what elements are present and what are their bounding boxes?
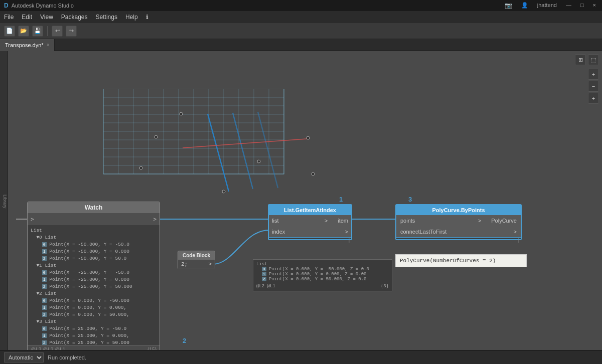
titlebar: D Autodesk Dynamo Studio 📷 👤 jhattend — … [0,0,602,11]
tabbar: Transpose.dyn* × [0,39,602,51]
svg-line-26 [208,114,229,192]
svg-line-27 [233,113,253,189]
close-btn[interactable]: × [591,2,598,9]
statusbar: Automatic Manual Run completed. [0,350,602,364]
label-3: 3 [408,196,412,203]
open-button[interactable]: 📂 [18,26,29,37]
run-mode-select[interactable]: Automatic Manual [4,352,44,362]
polycurve-result: PolyCurve(NumberOfCurves = 2) [400,258,496,264]
redo-button[interactable]: ↪ [66,26,77,37]
main-area: Library ⊞ ⬚ + − + [0,51,602,350]
minimize-btn[interactable]: — [564,2,573,9]
list-getitematindex-node: List.GetItemAtIndex list > item index > … [268,204,352,240]
zoom-controls: + − + [588,69,599,104]
label-2: 2 [183,337,186,344]
codeblock-title: Code Block [183,253,210,258]
watch-node: Watch > > List ▼0 List 0 Point(X = -50.0… [27,202,160,350]
codeblock-header: Code Block [178,251,215,260]
codeblock-out[interactable]: > [208,261,212,267]
list-get-header: List.GetItemAtIndex [269,205,351,215]
new-button[interactable]: 📄 [4,26,15,37]
label-1: 1 [339,196,343,203]
svg-point-36 [257,160,260,163]
username: jhattend [535,2,559,9]
toolbar: 📄 📂 💾 ↩ ↪ [0,23,602,39]
svg-point-32 [180,112,183,115]
canvas-controls: ⊞ ⬚ [575,54,599,65]
titlebar-left: D Autodesk Dynamo Studio [4,2,74,9]
polycurve-bypoints-node: PolyCurve.ByPoints points > PolyCurve co… [395,204,522,240]
svg-line-28 [258,112,278,188]
menu-view[interactable]: View [40,14,53,21]
svg-line-29 [183,139,307,148]
view-2d-btn[interactable]: ⊞ [575,54,586,65]
polycurve-row-points: points > PolyCurve [396,215,521,226]
svg-point-30 [139,166,142,169]
view-3d-btn[interactable]: ⬚ [588,54,599,65]
tab-transpose[interactable]: Transpose.dyn* × [0,39,55,51]
tab-label: Transpose.dyn* [5,42,44,48]
watch-port-out[interactable]: > [154,216,157,222]
zoom-out-btn[interactable]: − [588,81,599,92]
canvas[interactable]: ⊞ ⬚ + − + [8,51,602,350]
list-get-preview: List 0 Point(X = 0.000, Y = -50.000, Z =… [253,259,392,291]
watch-port-in[interactable]: > [31,216,34,222]
camera-icon[interactable]: 📷 [503,2,514,9]
list-get-row-index: index > [269,226,351,237]
run-status: Run completed. [48,354,86,360]
watch-title: Watch [85,204,103,211]
restore-btn[interactable]: □ [578,2,586,9]
user-icon[interactable]: 👤 [519,2,530,9]
polycurve-row-connect: connectLastToFirst > [396,226,521,237]
3d-viewport [103,89,329,199]
titlebar-controls: 📷 👤 jhattend — □ × [503,2,598,9]
list-get-row-list: list > item [269,215,351,226]
polycurve-footer: | [396,237,521,239]
codeblock-node: Code Block 2; > [178,251,215,269]
watch-node-footer: @L3 @L2 @L1 {15} [28,345,160,350]
menu-settings[interactable]: Settings [96,14,117,21]
watch-node-header: Watch [28,202,160,213]
menu-edit[interactable]: Edit [22,14,32,21]
menubar: File Edit View Packages Settings Help ℹ [0,11,602,23]
svg-point-35 [222,190,225,193]
menu-help[interactable]: Help [125,14,138,21]
polycurve-header: PolyCurve.ByPoints [396,205,521,215]
svg-point-34 [312,172,315,175]
undo-button[interactable]: ↩ [52,26,63,37]
menu-info[interactable]: ℹ [146,14,148,21]
watch-node-body: List ▼0 List 0 Point(X = -50.000, Y = -5… [28,225,160,345]
zoom-fit-btn[interactable]: + [588,93,599,104]
tab-close-btn[interactable]: × [47,42,50,48]
app-title: Autodesk Dynamo Studio [12,3,74,9]
app-icon: D [4,2,9,9]
save-button[interactable]: 💾 [32,26,43,37]
menu-packages[interactable]: Packages [61,14,88,21]
polycurve-preview: PolyCurve(NumberOfCurves = 2) [395,254,527,267]
svg-point-33 [307,136,310,139]
menu-file[interactable]: File [4,14,14,21]
zoom-in-btn[interactable]: + [588,69,599,80]
list-get-footer: | [269,237,351,239]
svg-point-31 [155,135,158,138]
library-sidebar[interactable]: Library [0,51,8,350]
codeblock-value[interactable]: 2; [181,261,188,267]
